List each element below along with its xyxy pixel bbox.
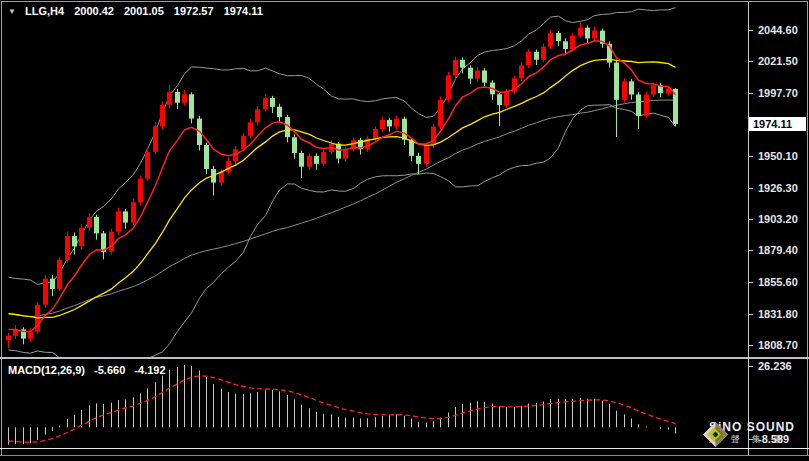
macd-layer (9, 365, 676, 445)
macd-indicator-label: MACD(12,26,9) -5.660 -4.192 (8, 364, 172, 376)
symbol-title: ▼ LLG,H4 2000.42 2001.05 1972.57 1974.11 (8, 5, 270, 17)
price-tick-label: 1926.30 (758, 182, 808, 195)
axis-tick-mark (748, 366, 753, 367)
axis-tick-mark (748, 219, 753, 220)
ohlc-high: 2001.05 (124, 5, 164, 17)
chart-canvas[interactable] (0, 0, 809, 461)
macd-signal-value: -4.192 (134, 364, 165, 376)
ohlc-low: 1972.57 (174, 5, 214, 17)
main-chart-layer (6, 8, 678, 383)
price-tick-label: 1855.60 (758, 276, 808, 289)
axis-tick-mark (748, 345, 753, 346)
axis-tick-mark (748, 30, 753, 31)
axis-tick-mark (748, 61, 753, 62)
price-tick-label: 1903.20 (758, 213, 808, 226)
price-tick-label: 2044.60 (758, 24, 808, 37)
symbol-period-label: LLG,H4 (25, 5, 64, 17)
macd-axis-min-label: -8.589 (758, 433, 808, 446)
macd-name: MACD(12,26,9) (8, 364, 85, 376)
ohlc-close: 1974.11 (224, 5, 263, 17)
fast-ma-line (9, 41, 676, 332)
slow-ma-line (9, 100, 676, 317)
candles-layer (6, 23, 678, 348)
dropdown-arrow-icon[interactable]: ▼ (8, 7, 16, 16)
price-tick-label: 1879.40 (758, 244, 808, 257)
yellow-ma-line (9, 59, 676, 317)
price-tick-label: 1950.10 (758, 150, 808, 163)
axis-tick-mark (748, 156, 753, 157)
chart-window: ▼ LLG,H4 2000.42 2001.05 1972.57 1974.11… (0, 0, 809, 461)
bollinger-upper-band (9, 8, 676, 285)
price-tick-label: 1831.80 (758, 308, 808, 321)
price-tick-label: 1808.70 (758, 339, 808, 352)
macd-bottom-separator (0, 448, 809, 449)
axis-tick-mark (748, 93, 753, 94)
macd-axis-max-label: 26.236 (758, 360, 808, 373)
time-axis-strip (0, 455, 809, 456)
price-tick-label: 1997.70 (758, 87, 808, 100)
axis-tick-mark (748, 314, 753, 315)
main-macd-separator[interactable] (0, 357, 809, 359)
current-price-tag: 1974.11 (749, 117, 806, 131)
price-tick-label: 2021.50 (758, 55, 808, 68)
diamond-logo-icon (702, 421, 729, 448)
axis-tick-mark (748, 250, 753, 251)
macd-signal-line (9, 376, 676, 442)
axis-tick-mark (748, 188, 753, 189)
macd-current-value: -5.660 (94, 364, 125, 376)
price-axis-separator (748, 2, 749, 455)
ohlc-open: 2000.42 (74, 5, 114, 17)
bollinger-lower-band (9, 105, 676, 383)
axis-tick-mark (748, 282, 753, 283)
